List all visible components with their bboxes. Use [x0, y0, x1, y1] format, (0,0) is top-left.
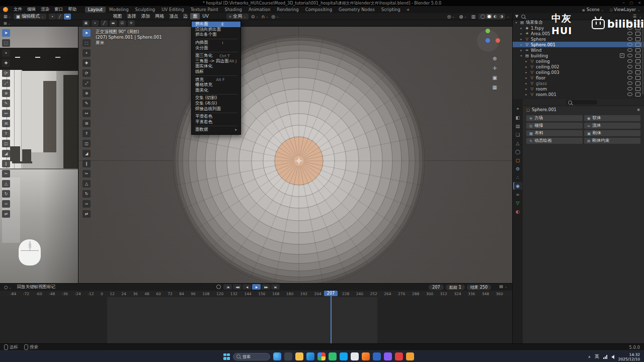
topbar-menu-item[interactable]: 窗口 — [52, 7, 65, 12]
viewport-menu-item[interactable]: UV — [200, 13, 211, 20]
editor-type-button[interactable]: ○⌄ — [3, 284, 13, 290]
properties-tab[interactable]: ⌖ — [513, 105, 522, 113]
tool-button[interactable]: ✎ — [83, 100, 91, 107]
render-visibility-icon[interactable] — [635, 43, 640, 47]
tool-button[interactable]: ⟳ — [2, 69, 10, 77]
tool-button[interactable]: ⊕ — [2, 89, 10, 97]
workspace-tab[interactable]: Sculpting — [132, 7, 158, 13]
taskbar-app-icon[interactable] — [284, 352, 292, 360]
timeline-menu-item[interactable]: 标记 — [47, 284, 55, 289]
outliner-row[interactable]: ▸ ▽ Sphere ✓ — [513, 36, 644, 42]
tool-button[interactable]: ✚ — [2, 59, 10, 67]
ime-indicator[interactable]: 英 — [595, 353, 599, 360]
tool-button[interactable]: ⇑ — [83, 130, 91, 137]
topbar-menu-item[interactable]: 编辑 — [25, 7, 38, 12]
properties-search-input[interactable] — [566, 100, 597, 105]
outliner-row[interactable]: ▸ ▽ Sphere.001 ✓ — [513, 42, 644, 47]
taskbar-app-icon[interactable] — [295, 352, 303, 360]
expand-arrow-icon[interactable]: ▸ — [524, 93, 528, 96]
visibility-eye-icon[interactable] — [627, 37, 632, 41]
tool-button[interactable]: ⌖ — [83, 49, 91, 57]
workspace-tab[interactable]: Geometry Nodes — [336, 7, 378, 13]
face-menu-item[interactable]: 挤出各个面 — [192, 32, 240, 38]
blender-logo-icon[interactable] — [3, 7, 8, 12]
physics-button[interactable]: ◉ 软体 — [584, 115, 640, 121]
tool-button[interactable]: ⇄ — [83, 210, 91, 218]
object-name[interactable]: glass — [536, 81, 626, 86]
expand-arrow-icon[interactable]: ▸ — [524, 70, 528, 74]
transport-button[interactable]: ▶▶ — [262, 284, 270, 290]
select-mode-button[interactable]: ▬ — [64, 14, 71, 20]
tool-button[interactable]: ◫ — [2, 140, 10, 147]
select-mode-button[interactable]: ╱ — [56, 14, 63, 20]
taskbar-app-icon[interactable] — [384, 352, 392, 360]
tool-button[interactable]: ↔ — [2, 110, 10, 117]
tool-button[interactable]: ✎ — [2, 100, 10, 107]
viewport-menu-item[interactable]: 顶点 — [167, 13, 181, 20]
physics-button[interactable]: ◎ 碰撞 — [526, 123, 583, 129]
pin-icon[interactable]: ◉ — [637, 108, 640, 112]
tool-button[interactable]: △ — [83, 180, 91, 188]
shading-mode-button[interactable]: ◯ — [479, 14, 486, 19]
expand-arrow-icon[interactable]: ▸ — [519, 26, 523, 30]
timeline-tracks[interactable] — [0, 297, 512, 343]
topbar-menu-item[interactable]: 文件 — [11, 7, 25, 12]
viewport-menu-item[interactable]: 网格 — [152, 13, 167, 20]
workspace-tab[interactable]: Texture Paint — [188, 7, 221, 13]
viewport-menu-item[interactable]: 视图 — [110, 13, 124, 20]
auto-keyframe-record-icon[interactable] — [216, 285, 221, 289]
taskbar-app-icon[interactable] — [329, 352, 337, 360]
visibility-eye-icon[interactable] — [627, 93, 632, 96]
physics-button[interactable]: ≋ 力场 — [526, 115, 583, 121]
tool-button[interactable]: ⟳ — [83, 69, 91, 77]
object-name[interactable]: ceiling — [536, 59, 626, 64]
expand-arrow-icon[interactable]: ▸ — [524, 59, 528, 63]
shading-mode-button[interactable]: ◐ — [493, 14, 498, 19]
outliner-row[interactable]: ▸ ▽ room.001 ✓ — [513, 92, 644, 97]
maximize-button[interactable]: ▢ — [630, 1, 633, 5]
shading-mode-button[interactable]: ◑ — [499, 14, 504, 19]
transport-button[interactable]: |◀ — [223, 284, 232, 290]
proportional-edit-toggle[interactable]: ◎⌄ — [270, 14, 280, 20]
network-icon[interactable] — [603, 355, 607, 359]
navigation-axis-gizmo[interactable] — [477, 30, 499, 52]
close-button[interactable]: ✕ — [638, 1, 641, 5]
properties-tab[interactable]: ◉ — [513, 182, 522, 190]
render-visibility-icon[interactable] — [635, 59, 640, 63]
viewport-menu-item[interactable]: 选择 — [124, 13, 138, 20]
properties-tab[interactable]: ▤ — [513, 122, 522, 130]
object-name[interactable]: building — [531, 53, 618, 58]
physics-button[interactable]: ▦ 布料 — [526, 130, 583, 136]
tool-button[interactable]: △ — [2, 180, 10, 188]
xray-toggle[interactable]: ▥ — [470, 14, 477, 20]
tool-button[interactable]: ⬚ — [2, 39, 10, 47]
physics-button[interactable]: ≈ 流体 — [584, 123, 640, 129]
properties-tab[interactable]: ⚙ — [513, 165, 522, 172]
tool-button[interactable]: ⊕ — [83, 89, 91, 97]
timeline-menu-item[interactable]: 回放 — [17, 284, 25, 289]
outliner-row[interactable]: ▸ ▽ ceiling.002 ✓ — [513, 64, 644, 69]
editor-type-button[interactable]: ⊞⌄ — [2, 20, 12, 26]
add-workspace-button[interactable]: + — [404, 7, 413, 13]
taskbar-app-icon[interactable] — [373, 352, 381, 360]
viewport-nav-icon[interactable]: ▣ — [493, 75, 497, 80]
timeline-ruler[interactable]: -84-72-60-48-36-24-120122436486072849610… — [0, 291, 512, 298]
properties-tab[interactable]: ◐ — [513, 208, 522, 215]
tool-button[interactable]: ↔ — [83, 110, 91, 117]
shading-mode-button[interactable]: ● — [487, 14, 492, 19]
frame-start-field[interactable]: 起始1 — [446, 285, 465, 290]
visibility-eye-icon[interactable] — [627, 81, 632, 85]
transport-button[interactable]: ▶| — [271, 284, 280, 290]
viewport-menu-item[interactable]: 边 — [181, 13, 190, 20]
playhead-line[interactable] — [331, 291, 332, 343]
timeline-options-dropdown[interactable]: ⌄ — [505, 285, 507, 288]
object-name[interactable]: Sphere — [531, 37, 626, 42]
expand-arrow-icon[interactable]: ▸ — [519, 37, 523, 41]
minimize-button[interactable]: ─ — [622, 1, 624, 5]
render-visibility-icon[interactable] — [635, 76, 640, 80]
expand-arrow-icon[interactable]: ▸ — [519, 48, 523, 52]
scene-selector[interactable]: ▦Scene⌄ — [582, 7, 604, 12]
taskbar-app-icon[interactable] — [273, 352, 281, 360]
header-icon-button[interactable]: ∙ — [92, 20, 99, 26]
visibility-eye-icon[interactable] — [627, 65, 632, 68]
